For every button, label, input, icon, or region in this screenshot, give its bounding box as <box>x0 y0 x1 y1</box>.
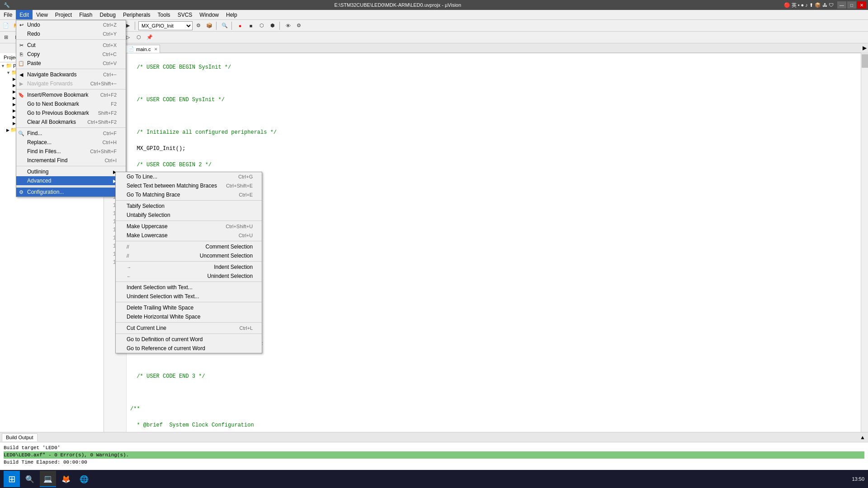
advanced-submenu[interactable]: Go To Line... Ctrl+G Select Text between… <box>115 172 262 353</box>
menu-redo[interactable]: Redo Ctrl+Y <box>16 29 126 38</box>
menu-help[interactable]: Help <box>222 10 241 19</box>
adv-lowercase[interactable]: Make Lowercase Ctrl+U <box>116 231 262 240</box>
menu-svcs[interactable]: SVCS <box>174 10 196 19</box>
code-line-85: /* USER CODE BEGIN SysInit */ <box>130 63 864 71</box>
menu-prev-bookmark[interactable]: Go to Previous Bookmark Shift+F2 <box>16 108 126 117</box>
undo-icon: ↩ <box>17 22 25 28</box>
tab-scroll-right[interactable]: ▶ <box>861 43 868 53</box>
find-button[interactable]: 🔍 <box>220 21 230 31</box>
new-file-button[interactable]: 📄 <box>1 21 11 31</box>
run-button[interactable]: ● <box>235 21 245 31</box>
adv-goto-line[interactable]: Go To Line... Ctrl+G <box>116 172 262 181</box>
taskbar-apps: ⊞ 🔍 💻 🦊 🌐 <box>4 471 92 487</box>
edit-menu[interactable]: ↩ Undo Ctrl+Z Redo Ctrl+Y ✂ Cut Ctrl+X ⎘… <box>16 20 126 197</box>
adv-sep2 <box>116 221 262 221</box>
adv-goto-ref[interactable]: Go to Reference of current Word <box>116 344 262 353</box>
find-menu-icon: 🔍 <box>17 131 25 136</box>
adv-tabify[interactable]: Tabify Selection <box>116 202 262 211</box>
window-controls[interactable]: — □ ✕ <box>837 1 866 9</box>
code-line-105 <box>130 389 864 397</box>
tb2-btn1[interactable]: ⊞ <box>1 33 11 42</box>
adv-unindent-text[interactable]: Unindent Selection with Text... <box>116 292 262 301</box>
editor-tab-main[interactable]: 📄 main.c ✕ <box>124 45 160 53</box>
menu-peripherals[interactable]: Peripherals <box>119 10 154 19</box>
adv-comment[interactable]: // Comment Selection <box>116 242 262 251</box>
target-btn1[interactable]: ⚙ <box>193 21 203 31</box>
menu-window[interactable]: Window <box>196 10 222 19</box>
code-line-106: /** <box>130 405 864 413</box>
adv-sep7 <box>116 322 262 323</box>
start-button[interactable]: ⊞ <box>4 471 20 487</box>
menu-nav-fwd[interactable]: ▶ Navigate Forwards Ctrl+Shift+− <box>16 79 126 88</box>
menu-outlining[interactable]: Outlining ▶ <box>16 167 126 176</box>
adv-select-braces[interactable]: Select Text between Matching Braces Ctrl… <box>116 181 262 190</box>
adv-uncomment[interactable]: // Uncomment Selection <box>116 251 262 260</box>
menu-file[interactable]: File <box>0 10 16 19</box>
code-line-86 <box>130 80 864 88</box>
tab-close-icon[interactable]: ✕ <box>154 47 158 52</box>
adv-uppercase[interactable]: Make Uppercase Ctrl+Shift+U <box>116 222 262 231</box>
scrollbar-thumb[interactable] <box>862 54 868 68</box>
menu-bar: File Edit View Project Flash Debug Perip… <box>0 10 868 20</box>
menu-incremental-find[interactable]: Incremental Find Ctrl+I <box>16 156 126 165</box>
adv-goto-def[interactable]: Go to Definition of current Word <box>116 335 262 344</box>
menu-insert-bookmark[interactable]: 🔖 Insert/Remove Bookmark Ctrl+F2 <box>16 90 126 99</box>
menu-debug[interactable]: Debug <box>96 10 119 19</box>
menu-paste[interactable]: 📋 Paste Ctrl+V <box>16 59 126 68</box>
menu-sep2 <box>16 69 126 69</box>
menu-view[interactable]: View <box>33 10 52 19</box>
stop-button[interactable]: ■ <box>246 21 256 31</box>
taskbar-dev-app[interactable]: 💻 <box>40 471 56 487</box>
copy-icon: ⎘ <box>17 52 25 57</box>
taskbar-app1[interactable]: 🔍 <box>22 471 38 487</box>
menu-replace[interactable]: Replace... Ctrl+H <box>16 138 126 147</box>
menu-copy[interactable]: ⎘ Copy Ctrl+C <box>16 50 126 59</box>
menu-flash[interactable]: Flash <box>75 10 96 19</box>
menu-undo[interactable]: ↩ Undo Ctrl+Z <box>16 20 126 29</box>
menu-edit[interactable]: Edit <box>16 10 33 19</box>
adv-unindent[interactable]: ← Unindent Selection <box>116 272 262 281</box>
adv-indent[interactable]: → Indent Selection <box>116 263 262 272</box>
code-line-91: /* USER CODE BEGIN 2 */ <box>130 161 864 169</box>
menu-project[interactable]: Project <box>52 10 75 19</box>
tb2-btn3[interactable]: ⬡ <box>134 33 144 42</box>
cut-icon: ✂ <box>17 42 25 48</box>
target-btn2[interactable]: 📦 <box>204 21 214 31</box>
menu-find[interactable]: 🔍 Find... Ctrl+F <box>16 129 126 138</box>
menu-clear-bookmarks[interactable]: Clear All Bookmarks Ctrl+Shift+F2 <box>16 117 126 127</box>
adv-cut-line[interactable]: Cut Current Line Ctrl+L <box>116 324 262 333</box>
close-button[interactable]: ✕ <box>857 1 866 9</box>
taskbar-app2[interactable]: 🦊 <box>58 471 74 487</box>
maximize-button[interactable]: □ <box>847 1 856 9</box>
menu-nav-back[interactable]: ◀ Navigate Backwards Ctrl+− <box>16 70 126 79</box>
window-title: E:\STM32CUBE\LED0\MDK-ARM\LED0.uvprojx -… <box>12 2 784 8</box>
menu-configuration[interactable]: ⚙ Configuration... <box>16 188 126 197</box>
setting-btn[interactable]: ⚙ <box>294 21 304 31</box>
build-output-tabs: Build Output ▲ <box>0 432 868 442</box>
menu-cut[interactable]: ✂ Cut Ctrl+X <box>16 41 126 50</box>
adv-sep5 <box>116 282 262 282</box>
adv-del-horizontal[interactable]: Delete Horizontal White Space <box>116 312 262 321</box>
menu-find-in-files[interactable]: Find in Files... Ctrl+Shift+F <box>16 147 126 156</box>
menu-tools[interactable]: Tools <box>154 10 174 19</box>
view-btn[interactable]: 👁 <box>283 21 293 31</box>
tab-file-icon: 📄 <box>128 46 134 52</box>
menu-sep3 <box>16 89 126 89</box>
build-output-tab[interactable]: Build Output <box>2 433 38 441</box>
menu-next-bookmark[interactable]: Go to Next Bookmark F2 <box>16 99 126 108</box>
menu-advanced[interactable]: Advanced ▶ <box>16 176 126 185</box>
vertical-scrollbar[interactable] <box>861 53 868 432</box>
build-panel-expand[interactable]: ▲ <box>859 434 866 441</box>
step-button[interactable]: ⬡ <box>257 21 267 31</box>
target-dropdown[interactable]: MX_GPIO_Init <box>138 21 193 30</box>
taskbar-app3[interactable]: 🌐 <box>76 471 92 487</box>
tb2-btn4[interactable]: 📌 <box>145 33 155 42</box>
adv-del-trailing[interactable]: Delete Trailing White Space <box>116 303 262 312</box>
adv-indent-text[interactable]: Indent Selection with Text... <box>116 283 262 292</box>
step-into-button[interactable]: ⬢ <box>268 21 278 31</box>
adv-untabify[interactable]: Untabify Selection <box>116 211 262 220</box>
code-line-103 <box>130 356 864 364</box>
minimize-button[interactable]: — <box>837 1 846 9</box>
adv-goto-brace[interactable]: Go To Matching Brace Ctrl+E <box>116 190 262 199</box>
toolbar-sep6 <box>231 22 233 30</box>
